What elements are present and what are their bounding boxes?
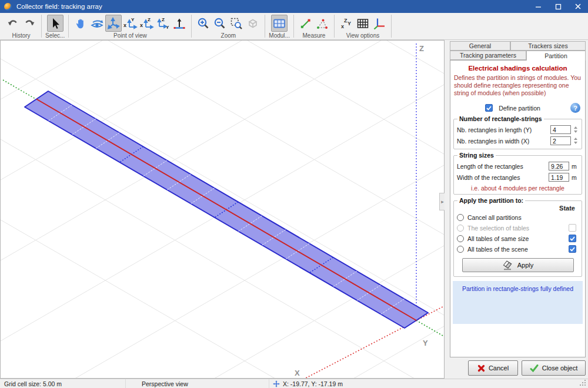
- option-all-tables-same-size: All tables of same size: [457, 233, 579, 243]
- view-xz-button[interactable]: xZ: [138, 15, 155, 32]
- cancel-button[interactable]: Cancel: [468, 360, 518, 376]
- spin-down-icon[interactable]: [572, 141, 579, 146]
- field-label: Width of the rectangles: [457, 174, 549, 181]
- zoom-in-button[interactable]: [195, 15, 212, 32]
- cancel-button-label: Cancel: [489, 364, 509, 372]
- view-zy-button[interactable]: ZY: [155, 15, 171, 32]
- zoom-out-button[interactable]: [212, 15, 228, 32]
- axes-toggle-button[interactable]: [371, 15, 387, 32]
- spin-up-icon[interactable]: [572, 136, 579, 141]
- field-row: Nb. rectangles in width (X): [457, 135, 579, 146]
- check-icon: [486, 106, 492, 111]
- tab-general[interactable]: General: [450, 41, 510, 51]
- scene-3d[interactable]: Z Y X: [1, 41, 444, 378]
- y-axis-label: Y: [423, 339, 428, 347]
- redo-button[interactable]: [21, 15, 38, 32]
- toolbar-group-modules: Modul...: [266, 13, 293, 39]
- define-partition-label: Define partition: [499, 105, 540, 112]
- tab-trackers-sizes[interactable]: Trackers sizes: [510, 41, 586, 51]
- state-checkbox-all-tables-same-size[interactable]: [569, 235, 576, 242]
- redo-icon: [22, 16, 36, 31]
- zoom-3d-button[interactable]: [245, 15, 261, 32]
- group-title: Apply the partition to:: [457, 197, 525, 204]
- rectangles-width-input[interactable]: [550, 136, 571, 145]
- help-icon[interactable]: ?: [570, 103, 580, 113]
- group-apply-partition: Apply the partition to: State Cancel all…: [453, 200, 582, 277]
- resize-grip[interactable]: [580, 380, 586, 387]
- toolbar-group-label: Selec...: [45, 32, 65, 39]
- partition-status-message: Partition in rectangle-strings fully def…: [462, 285, 573, 292]
- axis-labels-button[interactable]: ZYx: [338, 15, 355, 32]
- toolbar-group-label: View options: [346, 32, 380, 39]
- rectangle-width-input[interactable]: [549, 173, 569, 182]
- rectangles-length-input[interactable]: [550, 125, 571, 134]
- svg-text:Y: Y: [348, 21, 351, 26]
- field-label: Nb. rectangles in length (Y): [457, 126, 550, 133]
- minimize-button[interactable]: [528, 0, 548, 13]
- close-button[interactable]: [568, 0, 588, 13]
- grid-toggle-button[interactable]: [355, 15, 371, 32]
- toolbar-group-label: Measure: [302, 32, 325, 39]
- orbit-eye-icon: [89, 16, 105, 31]
- radio-all-tables-of-scene[interactable]: [457, 246, 464, 253]
- option-all-tables-of-scene: All tables of the scene: [457, 244, 579, 254]
- dialog-buttons: Cancel Close object: [450, 360, 586, 376]
- rectangles-length-spinner[interactable]: [572, 125, 579, 134]
- scene-3d-viewport[interactable]: Z Y X: [0, 40, 445, 379]
- radio-cancel-all-partitions[interactable]: [457, 214, 464, 221]
- zoom-window-button[interactable]: [228, 15, 245, 32]
- tab-tracking-parameters[interactable]: Tracking parameters: [450, 51, 526, 60]
- close-object-button-label: Close object: [542, 364, 578, 372]
- group-title: Number of rectangle-strings: [457, 115, 544, 122]
- define-partition-row: Define partition ?: [453, 103, 583, 113]
- measure-line-button[interactable]: [298, 15, 314, 32]
- option-cancel-all-partitions: Cancel all partitions: [457, 212, 579, 222]
- toolbar-separator: [293, 15, 294, 38]
- measure-area-icon: [315, 16, 329, 31]
- radio-all-tables-same-size[interactable]: [457, 235, 464, 242]
- modules-button[interactable]: [271, 15, 288, 32]
- toolbar-group-point-of-view: xY xZ ZY Point of view: [69, 13, 191, 39]
- pan-hand-icon: [74, 16, 88, 31]
- collector-field-window: Collector field: tracking array: [0, 0, 588, 388]
- spin-down-icon[interactable]: [572, 130, 579, 135]
- toolbar-separator: [265, 15, 265, 38]
- view-top-button[interactable]: [171, 15, 188, 32]
- close-icon: [574, 3, 582, 10]
- unit-label: m: [572, 163, 579, 170]
- tab-partition[interactable]: Partition: [526, 51, 586, 61]
- option-label: Cancel all partitions: [467, 214, 522, 221]
- toolbar-separator: [191, 15, 192, 38]
- section-description: Defines the partition in strings of modu…: [454, 74, 582, 97]
- apply-button[interactable]: Apply: [462, 258, 574, 272]
- check-icon: [570, 247, 575, 252]
- axes-rgb-icon: [372, 16, 386, 31]
- toolbar-separator: [334, 15, 335, 38]
- field-row: Width of the rectangles m: [457, 172, 579, 183]
- view-xy-icon: xY: [122, 16, 138, 31]
- option-selection-of-tables: The selection of tables: [457, 223, 579, 233]
- close-object-button[interactable]: Close object: [522, 360, 586, 376]
- state-column-header: State: [457, 205, 579, 212]
- field-row: Length of the rectangles m: [457, 160, 579, 172]
- maximize-button[interactable]: [548, 0, 568, 13]
- view-xy-button[interactable]: xY: [122, 15, 138, 32]
- orbit-view-button[interactable]: [89, 15, 105, 32]
- undo-button[interactable]: [5, 15, 21, 32]
- rectangles-width-spinner[interactable]: [572, 136, 579, 145]
- status-coordinates: X: -19.77, Y: -17.19 m: [269, 379, 343, 388]
- rectangle-length-input[interactable]: [549, 162, 569, 170]
- pan-button[interactable]: [72, 15, 89, 32]
- state-checkbox-all-tables-of-scene[interactable]: [569, 245, 576, 253]
- spin-up-icon[interactable]: [572, 125, 579, 130]
- toolbar-group-zoom: Zoom: [192, 13, 264, 39]
- select-button[interactable]: [47, 15, 64, 32]
- view-3d-axes-button[interactable]: [105, 15, 122, 32]
- measure-area-button[interactable]: [314, 15, 330, 32]
- unit-label: m: [572, 174, 579, 181]
- modules-grid-icon: [272, 16, 286, 31]
- zoom-out-icon: [213, 16, 227, 31]
- modules-per-rectangle-note: i.e. about 4 modules per rectangle: [457, 185, 579, 192]
- define-partition-checkbox[interactable]: [485, 104, 493, 112]
- view-top-icon: [172, 16, 186, 31]
